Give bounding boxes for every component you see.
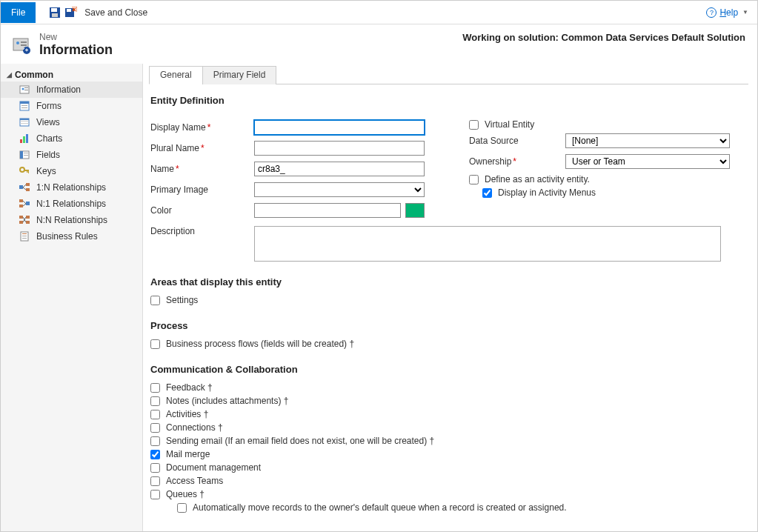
svg-rect-33 bbox=[27, 171, 28, 173]
help-link[interactable]: ? Help ▼ bbox=[706, 7, 748, 18]
sidebar-item-fields[interactable]: Fields bbox=[1, 147, 142, 163]
label-data-source: Data Source bbox=[469, 136, 565, 146]
label-ownership: Ownership* bbox=[469, 156, 565, 167]
svg-rect-37 bbox=[26, 188, 30, 191]
tree-group-common[interactable]: ◢ Common bbox=[1, 68, 142, 82]
sidebar-item-information[interactable]: Information bbox=[1, 82, 142, 98]
svg-rect-26 bbox=[26, 134, 28, 143]
charts-icon bbox=[19, 133, 30, 144]
svg-rect-32 bbox=[24, 170, 29, 171]
sending-email-checkbox[interactable] bbox=[150, 436, 160, 446]
caret-down-icon: ◢ bbox=[7, 71, 12, 79]
help-dropdown-icon: ▼ bbox=[742, 9, 748, 16]
queues-checkbox[interactable] bbox=[150, 490, 160, 499]
svg-rect-11 bbox=[27, 48, 27, 51]
mail-merge-checkbox[interactable] bbox=[150, 450, 160, 459]
business-rules-icon bbox=[19, 230, 30, 242]
section-process: Process bbox=[150, 320, 739, 331]
section-comm: Communication & Collaboration bbox=[150, 364, 739, 375]
auto-queue-checkbox[interactable] bbox=[177, 503, 187, 513]
primary-image-select[interactable] bbox=[254, 182, 425, 197]
sidebar-item-forms[interactable]: Forms bbox=[1, 98, 142, 114]
display-activity-menus-checkbox[interactable] bbox=[482, 188, 492, 198]
access-teams-checkbox[interactable] bbox=[150, 476, 160, 486]
many-to-one-icon bbox=[19, 198, 30, 210]
svg-rect-42 bbox=[19, 221, 23, 224]
description-textarea[interactable] bbox=[254, 226, 721, 262]
many-to-many-icon bbox=[19, 214, 30, 226]
tab-general[interactable]: General bbox=[149, 66, 203, 84]
views-icon bbox=[19, 116, 30, 128]
svg-rect-48 bbox=[22, 238, 27, 239]
doc-mgmt-checkbox[interactable] bbox=[150, 463, 160, 473]
display-name-input[interactable] bbox=[254, 120, 425, 135]
sidebar-item-1n[interactable]: 1:N Relationships bbox=[1, 179, 142, 196]
sidebar-item-charts[interactable]: Charts bbox=[1, 130, 142, 147]
svg-rect-46 bbox=[22, 233, 27, 234]
help-icon: ? bbox=[706, 7, 717, 18]
save-close-icon[interactable] bbox=[65, 7, 77, 19]
settings-label: Settings bbox=[166, 295, 198, 305]
svg-rect-18 bbox=[21, 105, 27, 106]
activities-label: Activities † bbox=[166, 409, 208, 419]
form-scroll[interactable]: Entity Definition Display Name* Plural N… bbox=[143, 84, 757, 532]
form-col-left: Display Name* Plural Name* Name* Primary… bbox=[150, 119, 425, 223]
svg-rect-15 bbox=[24, 90, 28, 90]
sidebar-item-nn[interactable]: N:N Relationships bbox=[1, 212, 142, 228]
information-icon bbox=[19, 84, 30, 96]
header-titles: New Information bbox=[39, 32, 113, 58]
header: New Information Working on solution: Com… bbox=[1, 24, 757, 64]
svg-rect-8 bbox=[21, 44, 27, 46]
svg-rect-39 bbox=[19, 199, 23, 202]
section-areas: Areas that display this entity bbox=[150, 276, 739, 287]
notes-checkbox[interactable] bbox=[150, 396, 160, 406]
connections-checkbox[interactable] bbox=[150, 423, 160, 433]
body: ◢ Common Information Forms Views Charts … bbox=[1, 64, 757, 532]
sidebar-item-n1[interactable]: N:1 Relationships bbox=[1, 196, 142, 212]
svg-rect-23 bbox=[20, 123, 29, 124]
bpf-checkbox[interactable] bbox=[150, 339, 160, 349]
page-title: Information bbox=[39, 42, 113, 58]
ownership-select[interactable]: User or Team bbox=[565, 154, 730, 169]
name-input[interactable] bbox=[254, 162, 425, 176]
sending-email-label: Sending email (If an email field does no… bbox=[166, 436, 434, 446]
notes-label: Notes (includes attachments) † bbox=[166, 396, 288, 406]
toolbar-icons: Save and Close bbox=[49, 7, 147, 19]
sidebar-item-keys[interactable]: Keys bbox=[1, 163, 142, 179]
svg-rect-14 bbox=[24, 87, 28, 88]
define-activity-label: Define as an activity entity. bbox=[485, 174, 590, 184]
plural-name-input[interactable] bbox=[254, 141, 425, 156]
toolbar: File Save and Close ? Help ▼ bbox=[1, 1, 757, 24]
settings-checkbox[interactable] bbox=[150, 296, 160, 305]
svg-rect-25 bbox=[23, 136, 25, 143]
virtual-entity-checkbox[interactable] bbox=[469, 120, 479, 130]
one-to-many-icon bbox=[19, 182, 30, 193]
main: General Primary Field Entity Definition … bbox=[143, 64, 757, 532]
svg-rect-47 bbox=[22, 236, 27, 236]
access-teams-label: Access Teams bbox=[166, 476, 223, 486]
svg-rect-29 bbox=[24, 153, 28, 153]
fields-icon bbox=[19, 149, 30, 161]
label-color: Color bbox=[150, 205, 254, 216]
svg-rect-44 bbox=[26, 221, 30, 224]
bpf-label: Business process flows (fields will be c… bbox=[166, 339, 354, 349]
save-close-label[interactable]: Save and Close bbox=[84, 7, 147, 18]
define-activity-checkbox[interactable] bbox=[469, 175, 479, 184]
virtual-entity-label: Virtual Entity bbox=[485, 119, 534, 130]
forms-icon bbox=[19, 100, 30, 112]
color-swatch[interactable] bbox=[405, 203, 425, 218]
svg-rect-2 bbox=[52, 13, 58, 17]
activities-checkbox[interactable] bbox=[150, 410, 160, 419]
save-icon[interactable] bbox=[49, 7, 61, 19]
data-source-select[interactable]: [None] bbox=[565, 133, 730, 148]
header-new: New bbox=[39, 32, 113, 42]
sidebar-item-business-rules[interactable]: Business Rules bbox=[1, 228, 142, 245]
tab-primary-field[interactable]: Primary Field bbox=[202, 66, 277, 84]
sidebar-item-views[interactable]: Views bbox=[1, 114, 142, 130]
file-button[interactable]: File bbox=[1, 2, 36, 23]
connections-label: Connections † bbox=[166, 422, 223, 433]
sidebar: ◢ Common Information Forms Views Charts … bbox=[1, 64, 143, 532]
color-input[interactable] bbox=[254, 203, 401, 218]
feedback-checkbox[interactable] bbox=[150, 383, 160, 393]
auto-queue-label: Automatically move records to the owner'… bbox=[193, 502, 567, 513]
